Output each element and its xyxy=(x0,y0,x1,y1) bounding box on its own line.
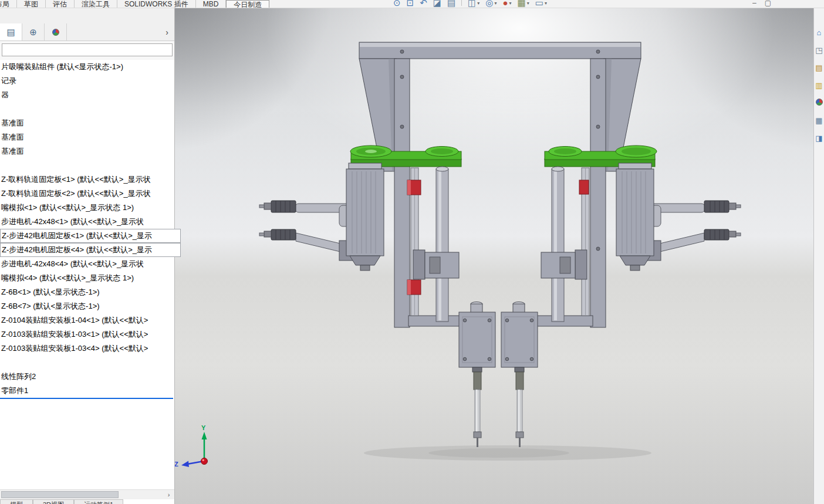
previous-view-icon[interactable]: ↶ xyxy=(420,0,427,8)
tree-item[interactable]: 步进电机-42x48<4> (默认<<默认>_显示状 xyxy=(0,257,173,271)
appearances-icon[interactable] xyxy=(815,99,824,108)
zoom-to-area-icon[interactable]: ⊡ xyxy=(407,0,414,8)
annotation-view-icon[interactable]: ▤ xyxy=(447,0,455,8)
section-view-icon: ◪ xyxy=(433,0,441,8)
filter-row xyxy=(0,41,174,60)
tree-item[interactable]: 嘴模拟<1> (默认<<默认>_显示状态 1>) xyxy=(0,201,173,215)
displaymanager-tab-icon[interactable] xyxy=(45,23,67,40)
scrollbar-right-arrow-icon[interactable]: › xyxy=(164,491,173,499)
dropdown-caret-icon[interactable]: ▾ xyxy=(545,1,547,6)
design-library-icon[interactable]: ▤ xyxy=(815,63,824,73)
menu-tab[interactable]: 草图 xyxy=(17,0,46,8)
status-tab[interactable]: 模型 xyxy=(0,499,33,504)
edit-appearance-icon[interactable]: ●▾ xyxy=(502,0,511,8)
tree-item[interactable]: Z-步进42电机固定板<1> (默认<<默认>_显示 xyxy=(0,229,181,243)
tree-item[interactable]: Z-6B<7> (默认<显示状态-1>) xyxy=(0,299,173,313)
graphics-viewport[interactable] xyxy=(175,8,813,504)
tree-item xyxy=(0,356,173,370)
menu-tab[interactable]: 评估 xyxy=(46,0,75,8)
tree-item[interactable]: 片吸嘴装贴组件 (默认<显示状态-1>) xyxy=(0,60,173,74)
tree-item[interactable]: 嘴模拟<4> (默认<<默认>_显示状态 1>) xyxy=(0,271,173,285)
hide-show-items-icon: ◎ xyxy=(485,0,493,8)
status-tab[interactable]: 3D视图 xyxy=(33,499,74,504)
annotation-view-icon: ▤ xyxy=(447,0,455,8)
toolbar-separator xyxy=(461,0,462,6)
tree-filter-input[interactable] xyxy=(2,43,173,56)
tree-item[interactable]: Z-取料轨道固定板<2> (默认<<默认>_显示状 xyxy=(0,187,173,201)
menu-tab[interactable]: 渲染工具 xyxy=(75,0,117,8)
displaymanager-tab-icon xyxy=(52,29,59,36)
status-tab-bar: 模型3D视图运动算例1 xyxy=(0,499,123,504)
minimize-icon[interactable]: – xyxy=(752,0,757,6)
zoom-to-fit-icon[interactable]: ⊙ xyxy=(393,0,401,8)
apply-scene-icon: ▦ xyxy=(518,0,526,8)
custom-properties-icon[interactable]: ▦ xyxy=(815,116,824,126)
tree-item[interactable]: Z-0103装贴组安装板1-03<1> (默认<<默认> xyxy=(0,327,173,341)
zoom-to-fit-icon: ⊙ xyxy=(393,0,401,8)
home-icon[interactable]: ⌂ xyxy=(815,28,824,38)
apply-scene-icon[interactable]: ▦▾ xyxy=(518,0,529,8)
restore-icon[interactable]: ▢ xyxy=(765,0,771,6)
zoom-to-area-icon: ⊡ xyxy=(407,0,414,8)
propertymanager-tab-icon[interactable]: ⊕ xyxy=(22,23,45,40)
previous-view-icon: ↶ xyxy=(420,0,427,8)
panel-top-spacer xyxy=(0,8,174,23)
tree-item[interactable]: 步进电机-42x48<1> (默认<<默认>_显示状 xyxy=(0,215,173,229)
tree-item[interactable]: Z-0104装贴组安装板1-04<1> (默认<<默认> xyxy=(0,313,173,327)
solidworks-window: 布局草图评估渲染工具SOLIDWORKS 插件MBD今日制造 ⊙⊡↶◪▤◫▾◎▾… xyxy=(0,0,824,504)
view-settings-icon: ▭ xyxy=(535,0,543,8)
tree-item[interactable]: Z-6B<1> (默认<显示状态-1>) xyxy=(0,285,173,299)
view-settings-icon[interactable]: ▭▾ xyxy=(535,0,547,8)
feature-manager-panel: ▤⊕› 片吸嘴装贴组件 (默认<显示状态-1>)记录器基准面基准面基准面Z-取料… xyxy=(0,8,175,504)
menu-tab[interactable]: 布局 xyxy=(0,0,17,8)
status-tab[interactable]: 运动算例1 xyxy=(74,499,123,504)
section-view-icon[interactable]: ◪ xyxy=(433,0,441,8)
menu-tab[interactable]: MBD xyxy=(196,0,227,8)
hide-show-items-icon[interactable]: ◎▾ xyxy=(485,0,497,8)
scrollbar-thumb[interactable] xyxy=(1,491,119,498)
task-pane-strip: ⌂◳▤▥▦◨ xyxy=(813,8,824,504)
tree-item[interactable]: 器 xyxy=(0,88,173,102)
tree-item xyxy=(0,102,173,116)
display-style-icon[interactable]: ◫▾ xyxy=(468,0,479,8)
edit-appearance-icon: ● xyxy=(502,0,508,8)
headsup-toolbar: ⊙⊡↶◪▤◫▾◎▾●▾▦▾▭▾ xyxy=(393,0,547,8)
display-style-icon: ◫ xyxy=(468,0,476,8)
tree-item[interactable]: Z-0103装贴组安装板1-03<4> (默认<<默认> xyxy=(0,341,173,356)
feature-tree: 片吸嘴装贴组件 (默认<显示状态-1>)记录器基准面基准面基准面Z-取料轨道固定… xyxy=(0,60,174,398)
tree-item xyxy=(0,158,173,172)
menu-tab[interactable]: SOLIDWORKS 插件 xyxy=(117,0,196,8)
appearances-icon xyxy=(816,99,823,106)
file-explorer-icon[interactable]: ▥ xyxy=(815,81,824,90)
menu-tab[interactable]: 今日制造 xyxy=(226,0,269,8)
dropdown-caret-icon[interactable]: ▾ xyxy=(494,1,497,6)
panel-tab-row: ▤⊕› xyxy=(0,23,174,41)
panel-expand-chevron-icon[interactable]: › xyxy=(166,28,174,37)
window-controls: –▢ xyxy=(752,0,771,8)
dropdown-caret-icon[interactable]: ▾ xyxy=(477,1,479,6)
featuremanager-tab-icon[interactable]: ▤ xyxy=(0,23,22,40)
tree-item[interactable]: 线性阵列2 xyxy=(0,370,173,384)
resources-icon[interactable]: ◳ xyxy=(815,46,824,55)
tree-item[interactable]: 基准面 xyxy=(0,144,173,158)
tree-item[interactable]: 零部件1 xyxy=(0,384,173,398)
tree-item[interactable]: Z-取料轨道固定板<1> (默认<<默认>_显示状 xyxy=(0,172,173,187)
tree-item[interactable]: 基准面 xyxy=(0,116,173,130)
panel-horizontal-scrollbar[interactable]: › xyxy=(0,489,174,499)
tree-item[interactable]: 基准面 xyxy=(0,130,173,144)
tree-item[interactable]: 记录 xyxy=(0,74,173,88)
dropdown-caret-icon[interactable]: ▾ xyxy=(527,1,529,6)
forum-icon[interactable]: ◨ xyxy=(815,134,824,143)
tree-item[interactable]: Z-步进42电机固定板<4> (默认<<默认>_显示 xyxy=(0,243,181,257)
dropdown-caret-icon[interactable]: ▾ xyxy=(509,1,511,6)
